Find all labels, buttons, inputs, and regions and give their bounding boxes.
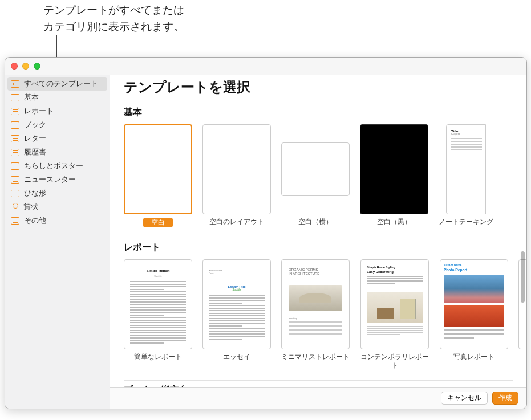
cancel-button[interactable]: キャンセル (441, 392, 488, 405)
minimize-icon[interactable] (22, 63, 29, 70)
thumb-text: Simple Report (130, 269, 186, 272)
stationery-icon (11, 190, 19, 197)
sidebar-item-label: 基本 (24, 93, 39, 103)
resume-icon (11, 149, 19, 156)
report-icon (11, 108, 19, 115)
template-blank-landscape[interactable]: 空白（横） (281, 124, 350, 227)
template-photo-report[interactable]: Author Name Photo Report 写真レポート (440, 259, 508, 370)
thumb-text: Subtitle (209, 288, 265, 291)
close-icon[interactable] (11, 63, 18, 70)
thumb-image (289, 285, 342, 311)
template-label: ミニマリストレポート (281, 353, 350, 361)
thumb-image (367, 292, 423, 323)
template-thumb (124, 124, 192, 214)
other-icon (11, 217, 19, 225)
thumb-text: Subtitle (130, 275, 186, 278)
template-thumb (281, 142, 350, 196)
template-thumb (202, 124, 271, 214)
create-button[interactable]: 作成 (492, 392, 518, 405)
sidebar-item-other[interactable]: その他 (5, 214, 110, 227)
ribbon-icon (11, 203, 19, 211)
sidebar: すべてのテンプレート 基本 レポート ブック レター 履歴書 (5, 75, 110, 409)
sidebar-item-label: ブック (24, 120, 46, 130)
template-blank-black[interactable]: 空白（黒） (360, 124, 428, 227)
callout-text: テンプレートがすべてまたは カテゴリ別に表示されます。 (43, 2, 184, 35)
template-label: 写真レポート (453, 353, 494, 361)
template-thumb: Simple Report Subtitle (124, 259, 192, 349)
template-label: ノートテーキング (439, 218, 493, 226)
template-chooser-window: すべてのテンプレート 基本 レポート ブック レター 履歴書 (5, 57, 527, 409)
sidebar-item-letter[interactable]: レター (5, 132, 110, 145)
sidebar-item-label: 賞状 (23, 202, 38, 212)
template-thumb: ORGANIC FORMS IN ARCHITECTURE Heading (281, 259, 350, 349)
template-blank[interactable]: 空白 (124, 124, 192, 227)
template-label: エッセイ (223, 353, 250, 361)
section-heading-book: ブック – 縦方向 (124, 384, 526, 387)
template-label: 空白 (143, 218, 173, 227)
template-grid-report: Simple Report Subtitle (124, 259, 526, 370)
template-simple-report[interactable]: Simple Report Subtitle (124, 259, 192, 370)
sidebar-item-basic[interactable]: 基本 (5, 91, 110, 104)
template-notetaking[interactable]: Title Subject ノートテーキング (439, 124, 493, 227)
footer: キャンセル 作成 (110, 387, 526, 409)
sidebar-item-label: レポート (24, 107, 54, 116)
page-title: テンプレートを選択 (124, 78, 526, 96)
sidebar-item-label: 履歴書 (24, 148, 46, 157)
main-area: テンプレートを選択 基本 空白 空白のレイアウト 空白（横） (110, 75, 526, 409)
sidebar-item-label: レター (24, 134, 46, 144)
sidebar-item-book[interactable]: ブック (5, 118, 110, 132)
sidebar-item-stationery[interactable]: ひな形 (5, 186, 110, 200)
sidebar-item-report[interactable]: レポート (5, 104, 110, 118)
template-essay[interactable]: Author NameDate Essay Title Subtitle (202, 259, 271, 370)
sidebar-item-label: ちらしとポスター (24, 161, 83, 171)
thumb-text: Photo Report (444, 268, 467, 272)
section-heading-report: レポート (124, 242, 526, 254)
template-label (521, 353, 523, 360)
titlebar (5, 58, 526, 75)
thumb-text: Heading (289, 317, 342, 320)
traffic-lights (11, 63, 40, 70)
thumb-text: Subject (451, 133, 482, 136)
scrollbar[interactable] (521, 251, 525, 303)
flyer-icon (11, 162, 19, 170)
thumb-text: Simple Home Styling (367, 266, 423, 269)
template-thumb (360, 124, 428, 214)
sidebar-item-certificate[interactable]: 賞状 (5, 200, 110, 214)
thumb-text: Easy Decorating (367, 270, 423, 274)
template-blank-layout[interactable]: 空白のレイアウト (202, 124, 271, 227)
template-label: 空白（黒） (377, 218, 411, 226)
zoom-icon[interactable] (34, 63, 40, 70)
thumb-text: ORGANIC FORMS (289, 268, 318, 271)
template-thumb: Author Name Photo Report (440, 259, 508, 349)
template-minimalist-report[interactable]: ORGANIC FORMS IN ARCHITECTURE Heading (281, 259, 350, 370)
sidebar-item-newsletter[interactable]: ニュースレター (5, 173, 110, 186)
sidebar-item-all[interactable]: すべてのテンプレート (7, 77, 107, 91)
divider (124, 380, 513, 381)
thumb-text: IN ARCHITECTURE (289, 272, 319, 275)
template-thumb: Title Subject (446, 124, 486, 214)
section-heading-basic: 基本 (124, 107, 526, 119)
letter-icon (11, 135, 19, 142)
thumb-image (444, 275, 504, 303)
sidebar-item-label: すべてのテンプレート (24, 79, 98, 89)
thumb-text: Author Name (444, 263, 461, 267)
template-thumb: Simple Home Styling Easy Decorating (360, 259, 429, 349)
callout-line2: カテゴリ別に表示されます。 (43, 19, 184, 35)
template-label: 簡単なレポート (134, 353, 182, 361)
sidebar-item-label: ニュースレター (24, 175, 76, 185)
templates-icon (11, 80, 19, 88)
template-grid-basic: 空白 空白のレイアウト 空白（横） 空白（黒） (124, 124, 526, 227)
sidebar-item-resume[interactable]: 履歴書 (5, 145, 110, 159)
divider (124, 238, 513, 238)
thumb-image (444, 305, 504, 327)
book-icon (11, 121, 19, 129)
template-label: コンテンポラリレポート (360, 353, 429, 370)
template-contemporary-report[interactable]: Simple Home Styling Easy Decorating (360, 259, 429, 370)
newsletter-icon (11, 176, 19, 184)
template-label: 空白（横） (298, 218, 333, 226)
sidebar-item-flyer[interactable]: ちらしとポスター (5, 159, 110, 173)
template-label: 空白のレイアウト (209, 218, 264, 226)
sidebar-item-label: その他 (24, 216, 46, 226)
callout-line1: テンプレートがすべてまたは (43, 2, 184, 19)
sidebar-item-label: ひな形 (24, 189, 46, 198)
